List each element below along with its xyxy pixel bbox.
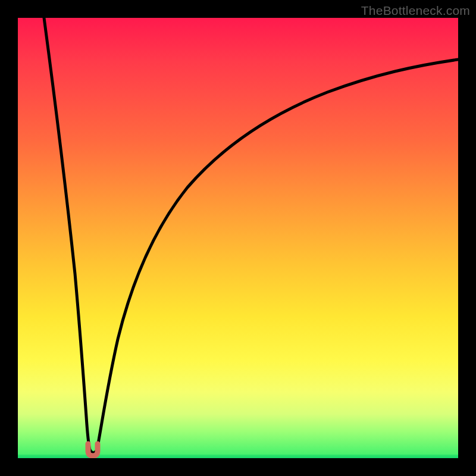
- watermark-text: TheBottleneck.com: [361, 4, 470, 18]
- curve-right-branch: [97, 60, 458, 450]
- curve-left-branch: [44, 18, 90, 450]
- curve-layer: [18, 18, 458, 458]
- plot-area: [18, 18, 458, 458]
- chart-frame: TheBottleneck.com: [0, 0, 476, 476]
- valley-marker-u: [88, 444, 98, 456]
- valley-marker-group: [88, 444, 98, 456]
